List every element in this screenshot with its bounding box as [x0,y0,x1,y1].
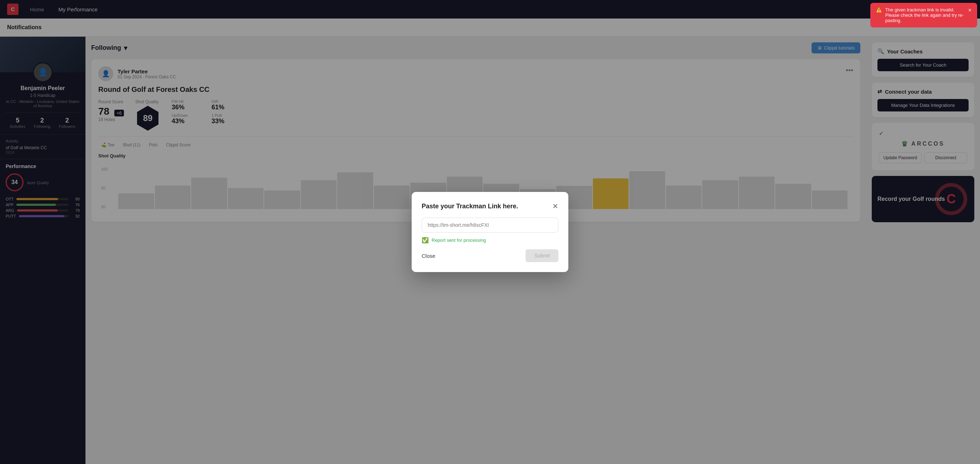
modal-submit-button[interactable]: Submit [526,249,558,262]
modal-close-x-button[interactable]: ✕ [552,202,558,210]
trackman-modal: Paste your Trackman Link here. ✕ ✅ Repor… [412,192,568,272]
success-text: Report sent for processing [431,238,486,243]
success-icon: ✅ [422,237,429,243]
trackman-link-input[interactable] [422,218,558,232]
modal-success-message: ✅ Report sent for processing [422,237,558,243]
modal-close-button[interactable]: Close [422,253,435,259]
modal-title: Paste your Trackman Link here. [422,203,518,210]
modal-overlay: Paste your Trackman Link here. ✕ ✅ Repor… [0,0,980,464]
modal-footer: Close Submit [422,249,558,262]
error-toast: ⚠️ The given trackman link is invalid. P… [870,3,977,27]
toast-message: The given trackman link is invalid. Plea… [885,7,965,23]
modal-header: Paste your Trackman Link here. ✕ [422,202,558,210]
toast-close-button[interactable]: × [968,7,972,14]
warning-icon: ⚠️ [876,7,882,13]
